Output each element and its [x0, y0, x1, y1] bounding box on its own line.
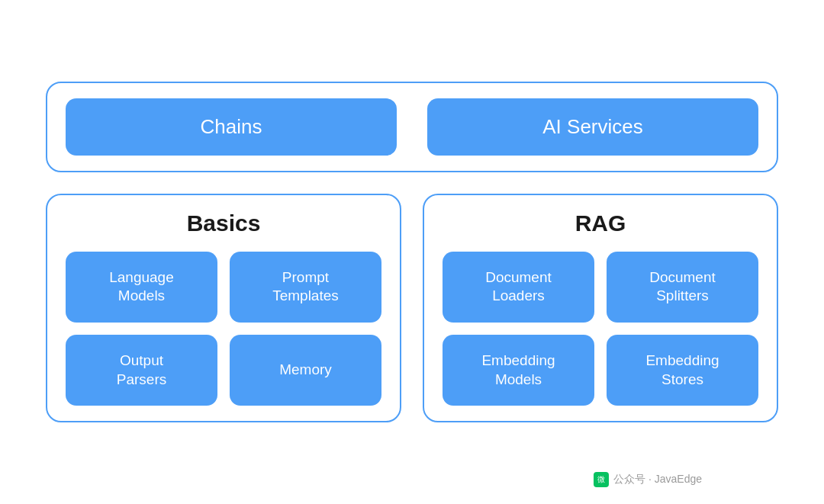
document-loaders-box: DocumentLoaders — [443, 252, 594, 323]
basics-title: Basics — [66, 210, 381, 236]
chains-box: Chains — [66, 98, 397, 156]
rag-card: RAG DocumentLoaders DocumentSplitters Em… — [423, 194, 778, 423]
ai-services-box: AI Services — [427, 98, 758, 156]
chains-label: Chains — [201, 115, 262, 139]
basics-grid: LanguageModels PromptTemplates OutputPar… — [66, 252, 381, 406]
watermark: 微 公众号 · JavaEdge — [594, 472, 702, 487]
prompt-templates-box: PromptTemplates — [230, 252, 381, 323]
watermark-icon: 微 — [594, 472, 609, 487]
memory-box: Memory — [230, 335, 381, 406]
document-splitters-box: DocumentSplitters — [607, 252, 758, 323]
language-models-label: LanguageModels — [109, 268, 174, 306]
ai-services-label: AI Services — [542, 115, 643, 139]
bottom-section: Basics LanguageModels PromptTemplates Ou… — [46, 194, 778, 423]
embedding-stores-label: EmbeddingStores — [645, 352, 719, 389]
language-models-box: LanguageModels — [66, 252, 217, 323]
prompt-templates-label: PromptTemplates — [272, 268, 339, 306]
rag-grid: DocumentLoaders DocumentSplitters Embedd… — [443, 252, 758, 406]
output-parsers-label: OutputParsers — [117, 352, 166, 389]
memory-label: Memory — [279, 361, 332, 380]
output-parsers-box: OutputParsers — [66, 335, 217, 406]
embedding-models-box: EmbeddingModels — [443, 335, 594, 406]
embedding-models-label: EmbeddingModels — [481, 352, 555, 389]
document-loaders-label: DocumentLoaders — [485, 268, 552, 306]
document-splitters-label: DocumentSplitters — [649, 268, 716, 306]
watermark-text: 公众号 · JavaEdge — [613, 473, 702, 486]
top-section: Chains AI Services — [46, 82, 778, 172]
basics-card: Basics LanguageModels PromptTemplates Ou… — [46, 194, 401, 423]
rag-title: RAG — [443, 210, 758, 236]
embedding-stores-box: EmbeddingStores — [607, 335, 758, 406]
